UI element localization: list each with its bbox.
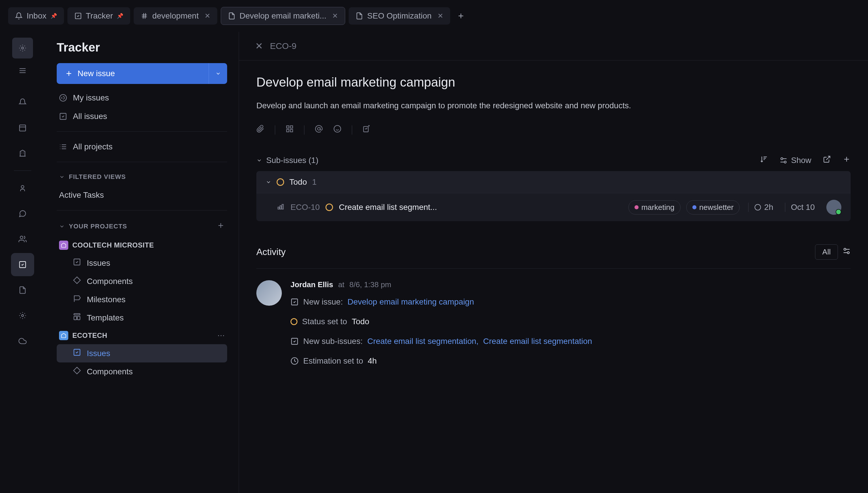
diamond-icon [73, 366, 81, 377]
svg-rect-36 [290, 126, 292, 128]
rail-documents[interactable] [11, 278, 34, 302]
issue-description[interactable]: Develop and launch an email marketing ca… [257, 101, 851, 110]
sort-icon[interactable] [760, 155, 768, 165]
editor-toolbar [257, 125, 851, 144]
rail-chat[interactable] [11, 202, 34, 225]
check-square-icon [290, 298, 298, 306]
hamburger-icon[interactable] [19, 67, 27, 77]
activity-time-prefix: at [338, 280, 344, 289]
chevron-down-icon [59, 223, 65, 229]
svg-point-43 [784, 161, 786, 163]
svg-point-39 [317, 127, 320, 130]
diamond-icon [73, 276, 81, 286]
external-link-icon[interactable] [823, 155, 831, 165]
close-icon[interactable]: ✕ [204, 12, 210, 20]
add-subissue-icon[interactable] [843, 155, 851, 165]
add-todo-icon[interactable] [362, 125, 371, 135]
svg-rect-37 [290, 129, 292, 132]
nav-all-projects[interactable]: All projects [45, 137, 239, 156]
svg-point-16 [22, 315, 24, 317]
attachment-icon[interactable] [257, 125, 264, 135]
list-icon [59, 143, 67, 151]
activity-item: Jordan Ellis at 8/6, 1:38 pm New issue: … [257, 269, 851, 371]
activity-filter-all[interactable]: All [815, 244, 838, 260]
new-issue-dropdown[interactable] [208, 63, 227, 84]
svg-point-19 [60, 94, 66, 101]
project-cooltech[interactable]: COOLTECH MICROSITE [45, 237, 239, 254]
issue-title[interactable]: Develop email marketing campaign [257, 75, 851, 89]
tab-label: Inbox [27, 11, 47, 21]
project-more-button[interactable]: ⋯ [217, 331, 225, 340]
svg-point-52 [844, 249, 846, 251]
tab-development[interactable]: development ✕ [134, 7, 217, 25]
subissue-id: ECO-10 [290, 202, 320, 212]
new-issue-button[interactable]: New issue [57, 69, 208, 78]
icon-rail [0, 32, 45, 493]
activity-status: Status set to Todo [290, 312, 851, 331]
priority-icon[interactable] [276, 202, 285, 213]
rail-calendar[interactable] [11, 116, 34, 139]
activity-timestamp: 8/6, 1:38 pm [350, 280, 392, 289]
project-nav-issues-active[interactable]: Issues [57, 344, 227, 362]
svg-point-40 [334, 125, 340, 132]
rail-company[interactable] [11, 142, 34, 165]
chevron-down-icon [59, 174, 65, 180]
close-icon[interactable]: ✕ [438, 12, 443, 20]
mention-icon[interactable] [315, 125, 323, 135]
project-badge-icon [59, 331, 68, 340]
tab-seo[interactable]: SEO Optimization ✕ [349, 7, 450, 25]
section-your-projects[interactable]: YOUR PROJECTS [45, 216, 239, 237]
rail-tracker[interactable] [11, 253, 34, 276]
tab-tracker[interactable]: Tracker 📌 [67, 7, 131, 25]
activity-link[interactable]: Create email list segmentation [483, 337, 592, 346]
tab-label: SEO Optimization [367, 11, 432, 21]
filtered-view-active-tasks[interactable]: Active Tasks [45, 186, 239, 205]
tag-marketing[interactable]: marketing [628, 200, 681, 215]
subissues-label: Sub-issues (1) [266, 156, 318, 165]
svg-point-7 [22, 47, 24, 49]
grid-icon[interactable] [286, 125, 294, 135]
add-tab-button[interactable] [454, 9, 468, 23]
section-filtered-views[interactable]: FILTERED VIEWS [45, 168, 239, 186]
rail-cloud[interactable] [11, 329, 34, 352]
subissue-row[interactable]: ECO-10 Create email list segment... mark… [257, 193, 851, 221]
rail-settings[interactable] [11, 304, 34, 327]
svg-rect-35 [287, 126, 289, 128]
status-todo-icon [290, 318, 297, 325]
project-nav-milestones[interactable]: Milestones [45, 291, 239, 308]
activity-settings-icon[interactable] [843, 247, 851, 257]
project-ecotech[interactable]: ECOTECH ⋯ [45, 327, 239, 344]
date-badge[interactable]: Oct 10 [785, 202, 821, 212]
project-nav-components[interactable]: Components [45, 272, 239, 291]
nav-my-issues[interactable]: My issues [45, 89, 239, 107]
activity-link[interactable]: Create email list segmentation, [367, 337, 478, 346]
activity-link[interactable]: Develop email marketing campaign [348, 297, 474, 306]
tab-develop-email[interactable]: Develop email marketi... ✕ [221, 7, 345, 25]
project-nav-components[interactable]: Components [45, 362, 239, 381]
estimation-badge[interactable]: 2h [748, 202, 779, 212]
add-project-button[interactable] [217, 221, 225, 231]
rail-profile[interactable] [11, 177, 34, 200]
close-icon[interactable]: ✕ [332, 12, 338, 20]
rail-notifications[interactable] [11, 91, 34, 114]
nav-all-issues[interactable]: All issues [45, 107, 239, 126]
tag-newsletter[interactable]: newsletter [686, 200, 740, 215]
project-nav-templates[interactable]: Templates [45, 308, 239, 327]
assignee-avatar[interactable] [826, 200, 841, 215]
close-button[interactable]: ✕ [255, 41, 263, 51]
tab-inbox[interactable]: Inbox 📌 [8, 7, 64, 25]
project-nav-issues[interactable]: Issues [45, 254, 239, 272]
status-todo-icon[interactable] [326, 203, 333, 211]
chevron-down-icon[interactable] [257, 157, 262, 163]
template-icon [73, 313, 81, 323]
document-icon [356, 12, 363, 20]
clock-icon [290, 357, 298, 365]
workspace-icon[interactable] [12, 38, 33, 59]
emoji-icon[interactable] [333, 125, 341, 135]
rail-team[interactable] [11, 228, 34, 251]
author-avatar[interactable] [257, 280, 282, 306]
target-icon [59, 94, 67, 102]
show-button[interactable]: Show [779, 156, 811, 165]
activity-section: Activity All Jordan Ellis at 8/6, 1:38 p… [257, 244, 851, 371]
group-header[interactable]: Todo 1 [257, 171, 851, 193]
